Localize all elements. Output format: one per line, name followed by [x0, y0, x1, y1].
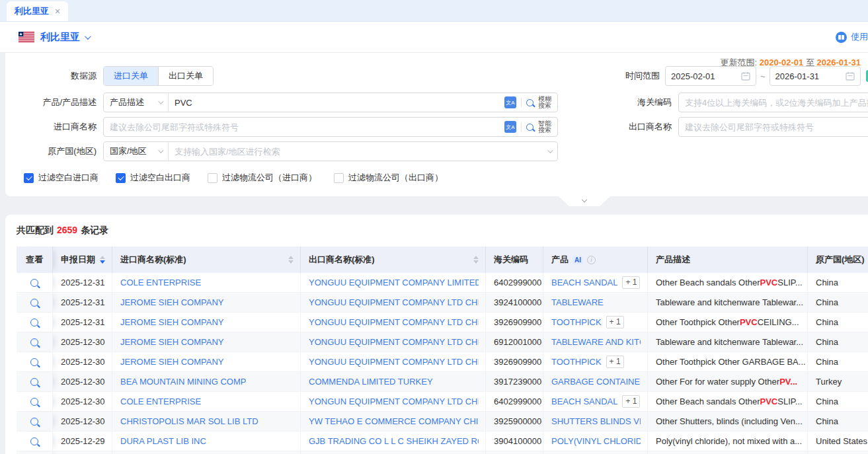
exporter-link[interactable]: GJB TRADING CO L L C SHEIKH ZAYED ROA...	[309, 436, 479, 446]
cell-exporter: COMMENDA LIMITED TURKEY	[301, 372, 486, 391]
tutorial-link[interactable]: 使用教程	[836, 31, 868, 43]
cell-view	[17, 293, 53, 312]
product-link[interactable]: BEACH SANDAL	[551, 397, 617, 406]
product-input[interactable]	[169, 93, 498, 112]
exporter-link[interactable]: YONGUU EQUIPMENT COMPANY LTD CHIN...	[309, 317, 479, 327]
view-detail-icon[interactable]	[30, 437, 38, 445]
exporter-link[interactable]: YONGUN EQUIPMENT COMPANY LTD CHI...	[309, 397, 479, 406]
page-header: 利比里亚 使用教程	[0, 22, 868, 53]
tab-close-icon[interactable]: ×	[55, 6, 60, 17]
product-link[interactable]: POLY(VINYL CHLORIDE)	[551, 436, 641, 446]
cell-product: BEACH SANDAL+ 1	[543, 392, 648, 411]
checkbox-icon[interactable]	[334, 173, 344, 183]
importer-link[interactable]: COLE ENTERPRISE	[120, 397, 201, 406]
sort-icon	[288, 256, 294, 264]
importer-link[interactable]: COLE ENTERPRISE	[120, 278, 201, 287]
view-detail-icon[interactable]	[30, 398, 38, 406]
translate-icon[interactable]: 文A	[504, 121, 516, 133]
export-excel-icon[interactable]: X	[866, 70, 868, 82]
view-detail-icon[interactable]	[30, 358, 38, 366]
exporter-link[interactable]: YONGUU EQUIPMENT COMPANY LTD CHIN...	[309, 357, 479, 367]
importer-link[interactable]: CHRISTOPOLIS MAR SOL LIB LTD	[120, 416, 258, 426]
exporter-input[interactable]	[678, 117, 868, 137]
fuzzy-search-button[interactable]: 模糊搜索	[538, 96, 551, 109]
cell-date: 2025-12-30	[53, 352, 112, 371]
product-link[interactable]: TOOTHPICK	[551, 317, 602, 327]
checkbox-checked-icon[interactable]	[116, 173, 126, 183]
date-end-input[interactable]: 2026-01-31	[769, 66, 861, 86]
col-product: 产品 AI i	[543, 246, 648, 273]
exporter-link[interactable]: YONGUU EQUIPMENT COMPANY LIMITED ...	[309, 278, 479, 287]
fuzzy-search-icon[interactable]	[526, 99, 533, 106]
cell-description: Other Toothpick Other GARBAGE BA...	[648, 352, 808, 371]
country-title[interactable]: 利比里亚	[40, 31, 80, 44]
table-row: 2025-12-31JEROME SIEH COMPANYYONGUU EQUI…	[17, 313, 868, 332]
product-link[interactable]: TABLEWARE	[551, 297, 604, 307]
exporter-link[interactable]: YW TEHAO E COMMERCE COMPANY CHINA	[309, 416, 479, 426]
view-detail-icon[interactable]	[30, 378, 38, 386]
cell-origin: China	[808, 412, 868, 431]
origin-input[interactable]	[169, 142, 541, 161]
exporter-link[interactable]: YONGUU EQUIPMENT COMPANY LTD CHIN...	[309, 337, 479, 347]
table-row: 2025-12-30COLE ENTERPRISEYONGUN EQUIPMEN…	[17, 392, 868, 412]
exporter-link[interactable]: COMMENDA LIMITED TURKEY	[309, 377, 433, 387]
filter-checkbox[interactable]: 过滤物流公司（出口商）	[334, 172, 443, 184]
date-start-input[interactable]: 2025-02-01	[665, 66, 756, 86]
cell-origin: China	[808, 273, 868, 292]
product-type-select[interactable]: 产品描述	[104, 93, 169, 112]
sort-icon	[100, 256, 105, 264]
product-link[interactable]: GARBAGE CONTAINER	[551, 377, 641, 387]
smart-search-icon[interactable]	[526, 124, 533, 131]
data-source-option[interactable]: 进口关单	[104, 67, 158, 85]
collapse-panel-button[interactable]	[559, 196, 610, 206]
data-source-label: 数据源	[13, 70, 97, 82]
importer-link[interactable]: JEROME SIEH COMPANY	[120, 337, 224, 347]
cell-view	[17, 352, 53, 371]
product-link[interactable]: BEACH SANDAL	[551, 278, 617, 287]
filter-checkbox[interactable]: 过滤空白进口商	[24, 172, 99, 184]
cell-importer: JEROME SIEH COMPANY	[112, 293, 301, 312]
col-exporter[interactable]: 出口商名称(标准)	[301, 246, 486, 273]
product-link[interactable]: TABLEWARE AND KITC...	[551, 337, 641, 347]
importer-input[interactable]	[104, 118, 498, 136]
info-icon[interactable]: i	[587, 256, 596, 264]
smart-search-button[interactable]: 智能搜索	[538, 120, 551, 133]
tab-liberia[interactable]: 利比里亚 ×	[7, 1, 68, 21]
hs-code-input[interactable]	[678, 93, 868, 112]
cell-view	[17, 412, 53, 431]
data-source-option[interactable]: 出口关单	[158, 67, 213, 85]
checkbox-icon[interactable]	[208, 173, 217, 183]
translate-icon[interactable]: 文A	[504, 96, 516, 108]
table-row: 2025-12-31JEROME SIEH COMPANYYONGUU EQUI…	[17, 293, 868, 313]
more-products-badge[interactable]: + 1	[622, 276, 640, 289]
view-detail-icon[interactable]	[30, 418, 38, 426]
liberia-flag-icon	[19, 32, 34, 42]
exporter-link[interactable]: YONGUU EQUIPMENT COMPANY LTD CHIN...	[309, 297, 479, 307]
importer-link[interactable]: BEA MOUNTAIN MINING COMP	[120, 377, 246, 387]
more-products-badge[interactable]: + 1	[606, 356, 624, 368]
checkbox-label: 过滤空白出口商	[130, 172, 190, 184]
col-description: 产品描述	[648, 246, 808, 273]
product-link[interactable]: TOOTHPICK	[551, 357, 602, 367]
col-date[interactable]: 申报日期	[53, 246, 112, 273]
importer-link[interactable]: DURA PLAST LIB INC	[120, 436, 206, 446]
view-detail-icon[interactable]	[30, 319, 38, 326]
checkbox-checked-icon[interactable]	[24, 173, 34, 183]
more-products-badge[interactable]: + 1	[606, 316, 624, 328]
importer-link[interactable]: JEROME SIEH COMPANY	[120, 357, 224, 367]
product-link[interactable]: SHUTTERS BLINDS VE...	[551, 416, 641, 426]
view-detail-icon[interactable]	[30, 299, 38, 307]
importer-link[interactable]: JEROME SIEH COMPANY	[120, 317, 224, 327]
col-importer[interactable]: 进口商名称(标准)	[112, 246, 301, 273]
more-products-badge[interactable]: + 1	[622, 395, 640, 408]
view-detail-icon[interactable]	[30, 338, 38, 346]
filter-checkbox[interactable]: 过滤物流公司（进口商）	[208, 172, 317, 184]
filter-checkbox[interactable]: 过滤空白出口商	[116, 172, 190, 184]
importer-link[interactable]: JEROME SIEH COMPANY	[120, 297, 224, 307]
cell-importer: DURA PLAST LIB INC	[112, 432, 301, 451]
cell-description: Tableware and kitchenware Tablewar...	[648, 332, 808, 352]
origin-type-select[interactable]: 国家/地区	[104, 142, 169, 161]
origin-row: 原产国(地区) 国家/地区	[13, 141, 558, 161]
chevron-down-icon[interactable]	[85, 33, 91, 40]
view-detail-icon[interactable]	[30, 279, 38, 287]
